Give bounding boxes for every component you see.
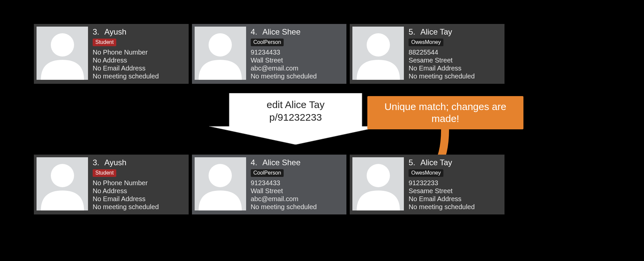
contact-name: 4. Alice Shee [251, 27, 343, 37]
contact-phone: 91234433 [251, 49, 343, 56]
person-icon [357, 27, 400, 80]
contact-info: 3. Ayush Student No Phone Number No Addr… [93, 157, 185, 211]
contact-tag: Student [93, 169, 116, 177]
command-line-2: p/91232233 [269, 111, 322, 124]
callout-box: Unique match; changes are made! [367, 96, 523, 129]
contact-name: 5. Alice Tay [409, 158, 501, 167]
callout-line-1: Unique match; changes are [385, 101, 506, 113]
contact-address: Sesame Street [409, 57, 501, 64]
contact-phone: No Phone Number [93, 179, 185, 187]
avatar [195, 27, 246, 80]
contact-index: 4. [251, 158, 257, 167]
contact-tag: CoolPerson [251, 39, 284, 46]
contact-card[interactable]: 3. Ayush Student No Phone Number No Addr… [34, 155, 189, 214]
avatar [352, 157, 404, 210]
contact-meeting: No meeting scheduled [409, 203, 501, 211]
contact-email: No Email Address [93, 195, 185, 203]
callout-line-2: made! [431, 113, 459, 125]
contact-name-text: Alice Tay [420, 158, 452, 167]
command-arrow: edit Alice Tay p/91232233 [209, 93, 382, 145]
contact-meeting: No meeting scheduled [251, 203, 343, 211]
contact-info: 4. Alice Shee CoolPerson 91234433 Wall S… [251, 157, 343, 211]
contact-email: No Email Address [409, 65, 501, 72]
contact-email: No Email Address [409, 195, 501, 203]
contact-card[interactable]: 4. Alice Shee CoolPerson 91234433 Wall S… [192, 24, 347, 84]
contact-address: Wall Street [251, 187, 343, 195]
command-text: edit Alice Tay p/91232233 [209, 93, 382, 145]
contact-card[interactable]: 3. Ayush Student No Phone Number No Addr… [34, 24, 189, 84]
contact-email: abc@email.com [251, 195, 343, 203]
person-icon [199, 157, 242, 210]
contact-index: 5. [409, 158, 415, 167]
contact-index: 3. [93, 27, 99, 36]
contact-phone: 88225544 [409, 49, 501, 56]
contact-name: 3. Ayush [93, 27, 185, 37]
contact-name-text: Ayush [104, 158, 126, 167]
contact-meeting: No meeting scheduled [93, 203, 185, 211]
contact-info: 5. Alice Tay OwesMoney 88225544 Sesame S… [409, 27, 501, 80]
contact-address: Wall Street [251, 57, 343, 64]
contact-name: 4. Alice Shee [251, 158, 343, 167]
contact-name-text: Alice Shee [262, 27, 301, 36]
contact-phone: 91232233 [409, 179, 501, 187]
person-icon [199, 27, 242, 80]
contact-index: 4. [251, 27, 257, 36]
contact-index: 5. [409, 27, 415, 36]
person-icon [357, 157, 400, 210]
avatar [37, 27, 88, 80]
contact-meeting: No meeting scheduled [251, 72, 343, 80]
contact-card[interactable]: 5. Alice Tay OwesMoney 91232233 Sesame S… [350, 155, 505, 214]
contact-name: 3. Ayush [93, 158, 185, 167]
contact-tag: OwesMoney [409, 39, 443, 46]
contacts-after-row: 3. Ayush Student No Phone Number No Addr… [34, 155, 505, 214]
avatar [195, 157, 246, 210]
person-icon [41, 157, 84, 210]
contact-email: abc@email.com [251, 65, 343, 72]
contact-name: 5. Alice Tay [409, 27, 501, 37]
contact-info: 5. Alice Tay OwesMoney 91232233 Sesame S… [409, 157, 501, 211]
contact-index: 3. [93, 158, 99, 167]
contact-tag: OwesMoney [409, 169, 443, 177]
contact-phone: No Phone Number [93, 49, 185, 56]
person-icon [41, 27, 84, 80]
contact-email: No Email Address [93, 65, 185, 72]
contact-name-text: Alice Shee [262, 158, 301, 167]
contacts-before-row: 3. Ayush Student No Phone Number No Addr… [34, 24, 505, 84]
contact-name-text: Alice Tay [420, 27, 452, 36]
contact-tag: Student [93, 39, 116, 46]
contact-tag: CoolPerson [251, 169, 284, 177]
contact-name-text: Ayush [104, 27, 126, 36]
contact-info: 3. Ayush Student No Phone Number No Addr… [93, 27, 185, 80]
avatar [352, 27, 404, 80]
contact-card[interactable]: 4. Alice Shee CoolPerson 91234433 Wall S… [192, 155, 347, 214]
command-line-1: edit Alice Tay [267, 98, 325, 111]
contact-address: No Address [93, 57, 185, 64]
avatar [37, 157, 88, 210]
contact-phone: 91234433 [251, 179, 343, 187]
contact-meeting: No meeting scheduled [93, 72, 185, 80]
contact-meeting: No meeting scheduled [409, 72, 501, 80]
contact-info: 4. Alice Shee CoolPerson 91234433 Wall S… [251, 27, 343, 80]
contact-address: No Address [93, 187, 185, 195]
contact-card[interactable]: 5. Alice Tay OwesMoney 88225544 Sesame S… [350, 24, 505, 84]
contact-address: Sesame Street [409, 187, 501, 195]
